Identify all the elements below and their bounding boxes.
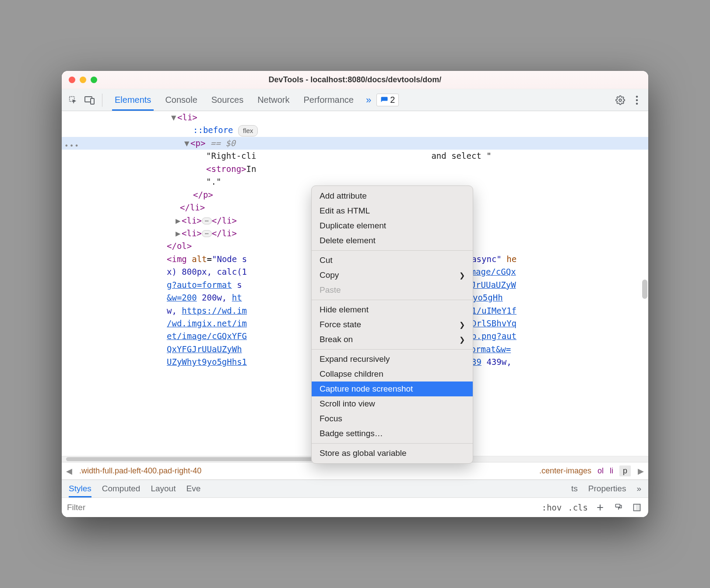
- tab-performance[interactable]: Performance: [297, 89, 361, 111]
- dom-line[interactable]: "Right-cliand select ": [62, 150, 648, 162]
- context-menu: Add attribute Edit as HTML Duplicate ele…: [311, 186, 473, 464]
- ctx-cut[interactable]: Cut: [312, 253, 473, 268]
- computed-panel-icon[interactable]: [631, 501, 643, 514]
- svg-rect-7: [615, 504, 620, 507]
- styles-filterbar: :hov .cls: [62, 498, 648, 517]
- styles-sidebar-tabs: Styles Computed Layout Eve ts Properties…: [62, 480, 648, 498]
- gear-icon[interactable]: [613, 93, 627, 107]
- ctx-break-on[interactable]: Break on❯: [312, 332, 473, 347]
- hov-button[interactable]: :hov: [541, 503, 562, 512]
- tab-elements[interactable]: Elements: [108, 89, 158, 111]
- devtools-window: DevTools - localhost:8080/docs/devtools/…: [62, 71, 648, 517]
- dom-line[interactable]: ::before flex: [62, 124, 648, 136]
- more-tabs-button[interactable]: »: [363, 94, 374, 106]
- vertical-scrollbar[interactable]: [642, 280, 647, 299]
- svg-point-6: [636, 102, 638, 105]
- gutter-ellipsis-icon[interactable]: •••: [64, 141, 80, 152]
- ctx-store-global[interactable]: Store as global variable: [312, 446, 473, 461]
- separator: [312, 250, 473, 251]
- svg-point-4: [636, 95, 638, 98]
- ctx-collapse-children[interactable]: Collapse children: [312, 367, 473, 382]
- ellipsis-icon[interactable]: ⋯: [202, 217, 212, 224]
- tab-sources[interactable]: Sources: [204, 89, 250, 111]
- ctx-delete-element[interactable]: Delete element: [312, 233, 473, 248]
- breadcrumb: ◀ .width-full.pad-left-400.pad-right-40 …: [62, 462, 648, 480]
- svg-rect-9: [636, 504, 640, 511]
- separator: [312, 443, 473, 444]
- paint-icon[interactable]: [612, 501, 625, 514]
- breadcrumb-item-selected[interactable]: p: [619, 466, 631, 476]
- tab-network[interactable]: Network: [250, 89, 296, 111]
- window-title: DevTools - localhost:8080/docs/devtools/…: [62, 75, 648, 84]
- dom-line[interactable]: ▼<li>: [62, 111, 648, 124]
- dom-line[interactable]: <strong>In: [62, 163, 648, 175]
- inspect-icon[interactable]: [66, 93, 80, 107]
- ctx-edit-as-html[interactable]: Edit as HTML: [312, 203, 473, 218]
- ctx-capture-node-screenshot[interactable]: Capture node screenshot: [312, 382, 473, 396]
- ctx-force-state[interactable]: Force state❯: [312, 317, 473, 332]
- filter-input[interactable]: [67, 503, 171, 512]
- flex-badge[interactable]: flex: [238, 125, 258, 136]
- dom-line-selected[interactable]: ▼<p> == $0: [62, 137, 648, 150]
- kebab-icon[interactable]: [630, 93, 644, 107]
- tab-styles[interactable]: Styles: [69, 480, 91, 497]
- issues-count: 2: [390, 95, 395, 105]
- tab-properties[interactable]: Properties: [588, 480, 626, 497]
- ctx-add-attribute[interactable]: Add attribute: [312, 189, 473, 203]
- chevron-right-icon: ❯: [459, 321, 465, 329]
- svg-point-5: [636, 99, 638, 101]
- titlebar: DevTools - localhost:8080/docs/devtools/…: [62, 71, 648, 89]
- chevron-right-icon: ❯: [459, 336, 465, 344]
- chevron-right-icon[interactable]: ▶: [637, 466, 645, 476]
- separator: [312, 300, 473, 300]
- chevron-right-icon: ❯: [459, 271, 465, 280]
- device-toggle-icon[interactable]: [83, 93, 97, 107]
- main-toolbar: Elements Console Sources Network Perform…: [62, 89, 648, 111]
- tab-computed[interactable]: Computed: [102, 480, 141, 497]
- ctx-focus[interactable]: Focus: [312, 411, 473, 426]
- chevron-left-icon[interactable]: ◀: [65, 466, 73, 476]
- tab-event-listeners[interactable]: Eve: [186, 480, 200, 497]
- ctx-hide-element[interactable]: Hide element: [312, 302, 473, 317]
- panel-tabs: Elements Console Sources Network Perform…: [108, 89, 361, 111]
- svg-rect-2: [91, 98, 94, 104]
- svg-point-3: [619, 99, 622, 102]
- separator: [102, 94, 102, 107]
- ellipsis-icon[interactable]: ⋯: [202, 230, 212, 237]
- ctx-scroll-into-view[interactable]: Scroll into view: [312, 396, 473, 411]
- ctx-badge-settings[interactable]: Badge settings…: [312, 426, 473, 441]
- tab-layout[interactable]: Layout: [151, 480, 176, 497]
- separator: [312, 349, 473, 350]
- tab-console[interactable]: Console: [158, 89, 204, 111]
- breadcrumb-item[interactable]: .center-images: [539, 466, 591, 476]
- cls-button[interactable]: .cls: [568, 503, 588, 512]
- breadcrumb-item[interactable]: .width-full.pad-left-400.pad-right-40: [79, 466, 201, 476]
- breadcrumb-item[interactable]: ol: [598, 466, 604, 476]
- more-tabs-button[interactable]: »: [636, 480, 641, 497]
- issues-badge[interactable]: 2: [376, 94, 399, 106]
- ctx-duplicate-element[interactable]: Duplicate element: [312, 218, 473, 233]
- ctx-copy[interactable]: Copy❯: [312, 268, 473, 283]
- new-rule-icon[interactable]: [594, 501, 606, 514]
- tab-truncated[interactable]: ts: [571, 480, 578, 497]
- ctx-expand-recursively[interactable]: Expand recursively: [312, 352, 473, 367]
- breadcrumb-item[interactable]: li: [610, 466, 613, 476]
- ctx-paste: Paste: [312, 283, 473, 298]
